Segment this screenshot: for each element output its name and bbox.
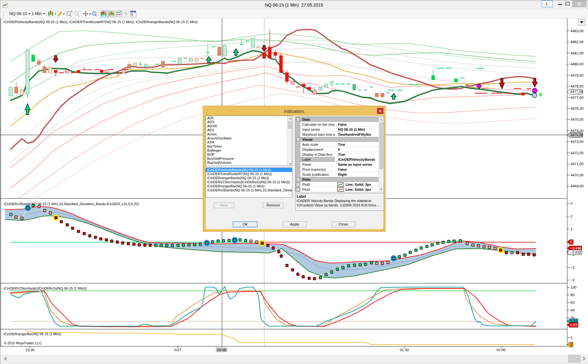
svg-text:4475,00: 4475,00 [570,118,584,121]
svg-text:02:00: 02:00 [497,348,506,352]
svg-text:4474,00: 4474,00 [570,133,583,137]
svg-text:3: 3 [570,202,572,205]
svg-text:iCinDERv2Bands(NQ 06-15 (1 Min: iCinDERv2Bands(NQ 06-15 (1 Min),10,Stand… [4,202,139,206]
svg-text:4474,00: 4474,00 [570,129,584,133]
svg-text:60: 60 [570,301,575,304]
svg-text:5/27: 5/27 [174,348,181,352]
svg-text:4477,00: 4477,00 [570,96,584,99]
svg-text:4482,00: 4482,00 [570,40,584,44]
svg-text:4471,00: 4471,00 [570,162,584,166]
svg-text:23:30: 23:30 [26,348,35,352]
svg-text:2: 2 [570,215,572,218]
svg-text:4479,00: 4479,00 [570,73,584,77]
svg-text:100: 100 [570,286,576,289]
svg-text:4481,00: 4481,00 [570,51,584,55]
svg-text:40: 40 [570,308,575,312]
svg-text:5: 5 [570,336,572,340]
svg-text:iCinDERVelocityBands(NQ 06-15: iCinDERVelocityBands(NQ 06-15 (1 Min)), … [4,20,197,24]
svg-text:−0,832: −0,832 [570,250,581,254]
svg-text:4469,00: 4469,00 [570,184,584,188]
svg-text:4480,00: 4480,00 [570,62,584,66]
svg-text:1,03: 1,03 [570,323,577,327]
svg-text:80: 80 [570,293,575,297]
svg-text:© 2015 NinjaTrader, LLC: © 2015 NinjaTrader, LLC [4,341,42,345]
svg-text:4478,00: 4478,00 [570,84,584,88]
svg-text:−0,496: −0,496 [570,246,581,250]
svg-text:−2: −2 [570,265,575,269]
svg-text:4472,00: 4472,00 [570,151,584,155]
svg-text:2: 2 [570,343,572,346]
svg-text:0: 0 [570,240,572,244]
svg-text:iCinDERV2Stochastic(iCinDERv2s: iCinDERV2Stochastic(iCinDERv2s(NQ 06-15 … [4,286,87,290]
svg-text:1: 1 [570,227,572,231]
svg-text:4477,50: 4477,50 [570,90,583,94]
svg-text:01:30: 01:30 [400,348,409,352]
svg-text:4476,00: 4476,00 [570,107,584,110]
svg-text:00:08: 00:08 [217,348,226,352]
svg-text:4473,00: 4473,00 [570,140,584,144]
svg-text:4470,00: 4470,00 [570,173,584,177]
svg-text:iCinDERrangerBar(NQ 06-15 (1 M: iCinDERrangerBar(NQ 06-15 (1 Min)) [4,332,61,336]
svg-text:−3: −3 [570,278,575,282]
svg-text:4483,00: 4483,00 [570,29,584,33]
